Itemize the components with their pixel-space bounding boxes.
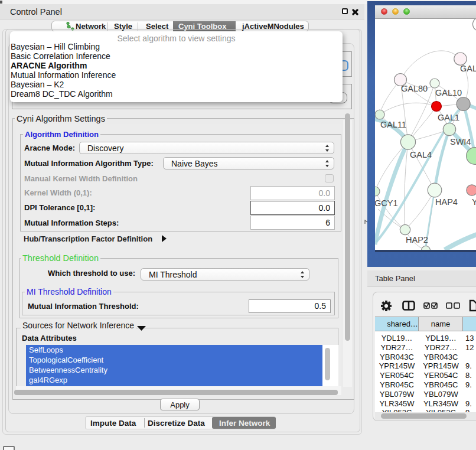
- svg-text:GAL: GAL: [460, 64, 476, 73]
- svg-text:GAL10: GAL10: [435, 88, 462, 97]
- svg-text:HAP4: HAP4: [435, 197, 458, 207]
- svg-text:GCY1: GCY1: [375, 198, 398, 208]
- svg-text:Y: Y: [472, 197, 476, 207]
- svg-text:GAL4: GAL4: [410, 150, 432, 159]
- svg-text:HAP2: HAP2: [406, 235, 428, 244]
- svg-text:GAL80: GAL80: [401, 84, 428, 93]
- svg-text:SWI4: SWI4: [450, 137, 471, 146]
- svg-text:GAL11: GAL11: [380, 120, 406, 129]
- svg-text:GAL1: GAL1: [438, 113, 459, 122]
